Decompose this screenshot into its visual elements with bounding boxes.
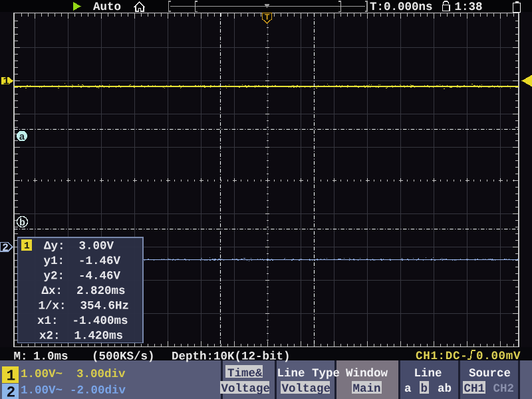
svg-text:Main: Main [352, 382, 380, 396]
svg-text:2: 2 [2, 242, 9, 254]
svg-text:Auto: Auto [93, 1, 121, 14]
svg-text:1.0ms: 1.0ms [33, 350, 68, 364]
svg-text:Depth:10K(12-bit): Depth:10K(12-bit) [172, 350, 291, 364]
svg-text:M:: M: [13, 350, 27, 364]
svg-text:1.00V~: 1.00V~ [21, 368, 63, 381]
svg-text:1: 1 [24, 241, 30, 252]
svg-text:1.00V~: 1.00V~ [21, 384, 63, 398]
svg-text:b: b [19, 217, 25, 229]
svg-text:Voltage: Voltage [281, 382, 331, 396]
svg-text:1:38: 1:38 [454, 1, 482, 14]
svg-text:y2: -4.46V: y2: -4.46V [43, 270, 120, 283]
svg-text:b: b [420, 382, 428, 396]
svg-text:Source: Source [469, 367, 511, 380]
svg-text:Δx: 2.820ms: Δx: 2.820ms [41, 285, 125, 298]
svg-text:1/x: 354.6Hz: 1/x: 354.6Hz [38, 300, 129, 313]
svg-text:Line Type: Line Type [277, 367, 340, 380]
svg-text:Time&: Time& [227, 367, 263, 380]
svg-text:T:0.000ns: T:0.000ns [370, 1, 433, 14]
svg-text:3.00div: 3.00div [76, 368, 126, 381]
svg-text:Line: Line [414, 367, 442, 380]
svg-text:1: 1 [6, 368, 15, 385]
svg-text:T: T [265, 13, 270, 23]
svg-text:y1: -1.46V: y1: -1.46V [43, 255, 120, 268]
svg-text:ab: ab [438, 382, 452, 396]
svg-text:2: 2 [6, 384, 15, 399]
svg-text:CH2: CH2 [493, 382, 514, 396]
svg-text:1: 1 [3, 76, 9, 88]
svg-text:CH1: CH1 [464, 382, 485, 396]
svg-text:(500KS/s): (500KS/s) [92, 350, 155, 364]
svg-text:-2.00div: -2.00div [70, 384, 126, 398]
svg-text:Voltage: Voltage [221, 382, 270, 396]
svg-text:x1: -1.400ms: x1: -1.400ms [37, 315, 128, 328]
svg-text:x2: 1.420ms: x2: 1.420ms [39, 330, 123, 343]
svg-text:a: a [404, 382, 412, 396]
svg-text:Window: Window [346, 367, 388, 380]
svg-text:Δy: 3.00V: Δy: 3.00V [44, 240, 114, 253]
svg-text:a: a [19, 132, 25, 143]
